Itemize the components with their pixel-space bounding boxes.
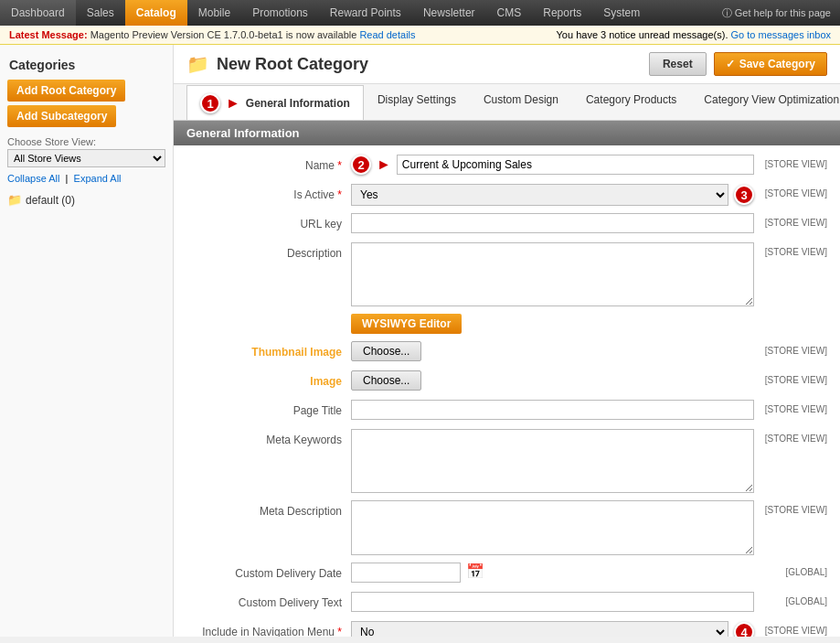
tab-general-label: General Information xyxy=(246,97,350,110)
thumbnail-choose-button[interactable]: Choose... xyxy=(351,341,421,361)
page-title-input[interactable] xyxy=(351,400,754,420)
meta-description-scope: [STORE VIEW] xyxy=(754,500,827,515)
name-row: Name * 2 ► [STORE VIEW] xyxy=(186,155,827,177)
collapse-all-link[interactable]: Collapse All xyxy=(7,173,59,184)
thumbnail-scope: [STORE VIEW] xyxy=(754,341,827,356)
badge-4: 4 xyxy=(734,622,754,637)
reset-button[interactable]: Reset xyxy=(649,52,707,76)
tab-category-products[interactable]: Category Products xyxy=(572,85,690,121)
meta-keywords-textarea[interactable] xyxy=(351,429,754,493)
wysiwyg-control: WYSIWYG Editor xyxy=(351,314,827,334)
description-textarea[interactable] xyxy=(351,242,754,306)
nav-reports[interactable]: Reports xyxy=(532,0,592,26)
badge-2: 2 xyxy=(351,155,371,175)
page-title-row: Page Title [STORE VIEW] xyxy=(186,400,827,422)
expand-all-link[interactable]: Expand All xyxy=(74,173,122,184)
nav-newsletter[interactable]: Newsletter xyxy=(412,0,486,26)
help-link[interactable]: ⓘ Get help for this page xyxy=(713,6,840,20)
meta-description-textarea[interactable] xyxy=(351,500,754,555)
save-category-button[interactable]: ✓ Save Category xyxy=(714,52,827,76)
name-scope: [STORE VIEW] xyxy=(754,155,827,169)
add-root-category-button[interactable]: Add Root Category xyxy=(7,80,125,102)
go-to-inbox-link[interactable]: Go to messages inbox xyxy=(731,29,831,40)
nav-menu-select[interactable]: Yes No xyxy=(351,621,728,637)
tree-item-default[interactable]: 📁 default (0) xyxy=(0,189,173,210)
custom-delivery-date-label: Custom Delivery Date xyxy=(186,563,351,584)
meta-description-row: Meta Description [STORE VIEW] xyxy=(186,500,827,555)
image-choose-button[interactable]: Choose... xyxy=(351,370,421,391)
is-active-select[interactable]: Yes No xyxy=(351,184,728,206)
tab-optimization-label: Category View Optimization xyxy=(704,93,839,106)
name-input[interactable] xyxy=(397,155,754,175)
custom-delivery-text-label: Custom Delivery Text xyxy=(186,592,351,614)
tab-category-view-optimization[interactable]: Category View Optimization xyxy=(690,85,840,121)
add-subcategory-button[interactable]: Add Subcategory xyxy=(7,105,116,127)
nav-catalog[interactable]: Catalog xyxy=(125,0,187,26)
url-key-control xyxy=(351,213,754,233)
tab-general-information[interactable]: 1 ► General Information xyxy=(186,85,364,121)
nav-menu-scope: [STORE VIEW] xyxy=(754,621,827,636)
custom-delivery-date-row: Custom Delivery Date 📅 [GLOBAL] xyxy=(186,563,827,584)
tab-display-settings[interactable]: Display Settings xyxy=(364,85,470,121)
url-key-row: URL key [STORE VIEW] xyxy=(186,213,827,235)
nav-mobile[interactable]: Mobile xyxy=(187,0,241,26)
question-icon: ⓘ xyxy=(722,7,732,18)
is-active-row: Is Active * Yes No 3 [STORE VIEW] xyxy=(186,184,827,206)
page-title: 📁 New Root Category xyxy=(186,53,368,75)
calendar-icon[interactable]: 📅 xyxy=(466,563,484,580)
nav-cms[interactable]: CMS xyxy=(486,0,533,26)
nav-reward-points[interactable]: Reward Points xyxy=(319,0,412,26)
folder-icon: 📁 xyxy=(7,193,22,207)
sidebar: Categories Add Root Category Add Subcate… xyxy=(0,45,174,637)
badge-1: 1 xyxy=(200,93,220,113)
tree-item-label: default (0) xyxy=(26,194,75,207)
tab-custom-design[interactable]: Custom Design xyxy=(470,85,572,121)
is-active-scope: [STORE VIEW] xyxy=(754,184,827,198)
read-details-link[interactable]: Read details xyxy=(359,29,415,40)
nav-system[interactable]: System xyxy=(592,0,651,26)
name-label: Name * xyxy=(186,155,351,177)
tab-display-label: Display Settings xyxy=(377,93,456,106)
save-label: Save Category xyxy=(739,58,815,70)
badge-3: 3 xyxy=(734,185,754,205)
meta-keywords-control xyxy=(351,429,754,493)
custom-delivery-text-input[interactable] xyxy=(351,592,754,612)
custom-delivery-date-scope: [GLOBAL] xyxy=(754,563,827,577)
nav-menu-wrap: Yes No 4 xyxy=(351,621,754,637)
nav-dashboard[interactable]: Dashboard xyxy=(0,0,76,26)
nav-sales[interactable]: Sales xyxy=(76,0,125,26)
meta-keywords-row: Meta Keywords [STORE VIEW] xyxy=(186,429,827,493)
meta-keywords-label: Meta Keywords xyxy=(186,429,351,451)
name-control: 2 ► xyxy=(351,155,754,175)
is-active-wrap: Yes No 3 xyxy=(351,184,754,206)
description-scope: [STORE VIEW] xyxy=(754,242,827,257)
url-key-label: URL key xyxy=(186,213,351,235)
name-input-wrap: 2 ► xyxy=(351,155,754,175)
nav-promotions[interactable]: Promotions xyxy=(241,0,319,26)
main-header: 📁 New Root Category Reset ✓ Save Categor… xyxy=(174,45,840,84)
nav-menu-row: Include in Navigation Menu * Yes No 4 [S… xyxy=(186,621,827,637)
tab-arrow-icon: ► xyxy=(226,95,240,112)
form-body: Name * 2 ► [STORE VIEW] xyxy=(174,145,840,637)
custom-delivery-text-control xyxy=(351,592,754,612)
top-navigation: Dashboard Sales Catalog Mobile Promotion… xyxy=(0,0,840,26)
wysiwyg-button[interactable]: WYSIWYG Editor xyxy=(351,314,462,334)
folder-icon: 📁 xyxy=(186,53,209,75)
store-view-select[interactable]: All Store Views xyxy=(7,149,165,167)
meta-keywords-scope: [STORE VIEW] xyxy=(754,429,827,444)
nav-menu-label: Include in Navigation Menu * xyxy=(186,621,351,637)
general-information-section: General Information Name * 2 ► xyxy=(174,121,840,637)
wysiwyg-row: WYSIWYG Editor xyxy=(186,314,827,334)
collapse-expand: Collapse All | Expand All xyxy=(0,167,173,189)
page-title-text: New Root Category xyxy=(217,55,368,74)
is-active-control: Yes No 3 xyxy=(351,184,754,206)
url-key-input[interactable] xyxy=(351,213,754,233)
message-bar: Latest Message: Magento Preview Version … xyxy=(0,26,840,45)
custom-delivery-date-input[interactable] xyxy=(351,563,461,583)
custom-delivery-text-row: Custom Delivery Text [GLOBAL] xyxy=(186,592,827,614)
arrow-icon-2: ► xyxy=(377,156,391,173)
wysiwyg-spacer xyxy=(186,314,351,323)
section-header: General Information xyxy=(174,121,840,145)
nav-menu-control: Yes No 4 xyxy=(351,621,754,637)
latest-message: Latest Message: Magento Preview Version … xyxy=(9,29,416,40)
